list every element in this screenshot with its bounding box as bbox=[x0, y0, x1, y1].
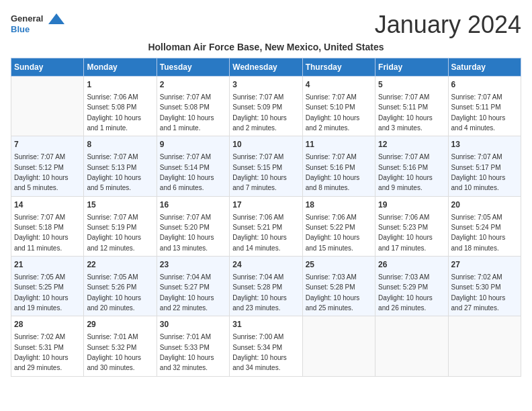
day-sunset: Sunset: 5:25 PM bbox=[14, 283, 64, 291]
day-number: 17 bbox=[232, 199, 299, 211]
day-number: 2 bbox=[160, 79, 226, 91]
svg-text:Blue: Blue bbox=[11, 24, 30, 34]
day-daylight: Daylight: 10 hours and 27 minutes. bbox=[451, 294, 506, 312]
day-number: 13 bbox=[451, 139, 518, 150]
calendar-week-row: 1 Sunrise: 7:06 AM Sunset: 5:08 PM Dayli… bbox=[11, 77, 521, 136]
day-sunset: Sunset: 5:11 PM bbox=[378, 103, 428, 111]
table-row: 2 Sunrise: 7:07 AM Sunset: 5:08 PM Dayli… bbox=[157, 77, 229, 136]
day-sunrise: Sunrise: 7:04 AM bbox=[160, 273, 211, 281]
day-sunset: Sunset: 5:28 PM bbox=[306, 283, 355, 291]
table-row: 14 Sunrise: 7:07 AM Sunset: 5:18 PM Dayl… bbox=[11, 196, 84, 256]
header-tuesday: Tuesday bbox=[157, 58, 229, 77]
day-sunrise: Sunrise: 7:07 AM bbox=[160, 153, 211, 161]
day-sunrise: Sunrise: 7:07 AM bbox=[160, 214, 211, 221]
day-sunrise: Sunrise: 7:05 AM bbox=[451, 214, 502, 221]
day-number: 30 bbox=[160, 319, 226, 330]
day-daylight: Daylight: 10 hours and 20 minutes. bbox=[87, 294, 141, 312]
table-row: 24 Sunrise: 7:04 AM Sunset: 5:28 PM Dayl… bbox=[230, 257, 302, 316]
day-daylight: Daylight: 10 hours and 7 minutes. bbox=[232, 174, 287, 191]
day-sunset: Sunset: 5:22 PM bbox=[306, 224, 355, 231]
table-row: 4 Sunrise: 7:07 AM Sunset: 5:10 PM Dayli… bbox=[302, 77, 375, 136]
day-number: 27 bbox=[451, 259, 518, 271]
day-daylight: Daylight: 10 hours and 1 minute. bbox=[160, 114, 214, 132]
day-daylight: Daylight: 10 hours and 15 minutes. bbox=[306, 234, 360, 251]
table-row: 8 Sunrise: 7:07 AM Sunset: 5:13 PM Dayli… bbox=[84, 136, 157, 196]
day-sunset: Sunset: 5:17 PM bbox=[451, 164, 501, 171]
day-sunset: Sunset: 5:27 PM bbox=[160, 283, 210, 291]
day-number: 23 bbox=[160, 259, 226, 271]
day-number: 11 bbox=[306, 139, 372, 150]
day-daylight: Daylight: 10 hours and 6 minutes. bbox=[160, 174, 214, 191]
table-row: 11 Sunrise: 7:07 AM Sunset: 5:16 PM Dayl… bbox=[302, 136, 375, 196]
table-row: 10 Sunrise: 7:07 AM Sunset: 5:15 PM Dayl… bbox=[230, 136, 302, 196]
table-row: 1 Sunrise: 7:06 AM Sunset: 5:08 PM Dayli… bbox=[84, 77, 157, 136]
day-sunset: Sunset: 5:16 PM bbox=[306, 164, 355, 171]
day-number: 25 bbox=[306, 259, 372, 271]
calendar-body: 1 Sunrise: 7:06 AM Sunset: 5:08 PM Dayli… bbox=[11, 77, 521, 377]
day-sunrise: Sunrise: 7:04 AM bbox=[232, 273, 283, 281]
calendar-week-row: 7 Sunrise: 7:07 AM Sunset: 5:12 PM Dayli… bbox=[11, 136, 521, 196]
day-number: 26 bbox=[378, 259, 445, 271]
day-daylight: Daylight: 10 hours and 4 minutes. bbox=[451, 114, 506, 132]
table-row: 25 Sunrise: 7:03 AM Sunset: 5:28 PM Dayl… bbox=[302, 257, 375, 316]
day-sunrise: Sunrise: 7:07 AM bbox=[232, 153, 283, 161]
day-number: 5 bbox=[378, 79, 445, 91]
day-number: 12 bbox=[378, 139, 445, 150]
day-sunrise: Sunrise: 7:07 AM bbox=[378, 93, 429, 101]
day-number: 6 bbox=[451, 79, 518, 91]
day-sunset: Sunset: 5:20 PM bbox=[160, 224, 210, 231]
day-daylight: Daylight: 10 hours and 5 minutes. bbox=[14, 174, 69, 191]
day-daylight: Daylight: 10 hours and 18 minutes. bbox=[451, 234, 506, 251]
day-daylight: Daylight: 10 hours and 10 minutes. bbox=[451, 174, 506, 191]
table-row: 28 Sunrise: 7:02 AM Sunset: 5:31 PM Dayl… bbox=[11, 316, 84, 376]
day-sunset: Sunset: 5:08 PM bbox=[87, 103, 136, 111]
table-row: 17 Sunrise: 7:06 AM Sunset: 5:21 PM Dayl… bbox=[230, 196, 302, 256]
day-sunrise: Sunrise: 7:07 AM bbox=[232, 93, 283, 101]
day-daylight: Daylight: 10 hours and 5 minutes. bbox=[87, 174, 141, 191]
table-row: 15 Sunrise: 7:07 AM Sunset: 5:19 PM Dayl… bbox=[84, 196, 157, 256]
day-sunset: Sunset: 5:12 PM bbox=[14, 164, 64, 171]
header-monday: Monday bbox=[84, 58, 157, 77]
day-daylight: Daylight: 10 hours and 1 minute. bbox=[87, 114, 141, 132]
day-daylight: Daylight: 10 hours and 25 minutes. bbox=[306, 294, 360, 312]
table-row: 31 Sunrise: 7:00 AM Sunset: 5:34 PM Dayl… bbox=[230, 316, 302, 376]
table-row: 16 Sunrise: 7:07 AM Sunset: 5:20 PM Dayl… bbox=[157, 196, 229, 256]
day-daylight: Daylight: 10 hours and 32 minutes. bbox=[160, 354, 214, 371]
day-sunrise: Sunrise: 7:05 AM bbox=[14, 273, 65, 281]
day-sunset: Sunset: 5:26 PM bbox=[87, 283, 136, 291]
table-row: 26 Sunrise: 7:03 AM Sunset: 5:29 PM Dayl… bbox=[375, 257, 448, 316]
day-number: 31 bbox=[232, 319, 299, 330]
header-thursday: Thursday bbox=[302, 58, 375, 77]
day-number: 29 bbox=[87, 319, 153, 330]
day-daylight: Daylight: 10 hours and 29 minutes. bbox=[14, 354, 69, 371]
table-row: 6 Sunrise: 7:07 AM Sunset: 5:11 PM Dayli… bbox=[448, 77, 521, 136]
day-daylight: Daylight: 10 hours and 3 minutes. bbox=[378, 114, 433, 132]
day-number: 7 bbox=[14, 139, 81, 150]
day-sunset: Sunset: 5:33 PM bbox=[160, 344, 210, 351]
table-row bbox=[302, 316, 375, 376]
day-daylight: Daylight: 10 hours and 34 minutes. bbox=[232, 354, 287, 371]
day-sunrise: Sunrise: 7:02 AM bbox=[14, 333, 65, 340]
table-row bbox=[11, 77, 84, 136]
table-row: 5 Sunrise: 7:07 AM Sunset: 5:11 PM Dayli… bbox=[375, 77, 448, 136]
day-sunset: Sunset: 5:19 PM bbox=[87, 224, 136, 231]
day-sunset: Sunset: 5:23 PM bbox=[378, 224, 428, 231]
table-row: 22 Sunrise: 7:05 AM Sunset: 5:26 PM Dayl… bbox=[84, 257, 157, 316]
day-sunrise: Sunrise: 7:07 AM bbox=[14, 153, 65, 161]
svg-marker-2 bbox=[48, 13, 64, 24]
day-number: 18 bbox=[306, 199, 372, 211]
day-number: 1 bbox=[87, 79, 153, 91]
day-daylight: Daylight: 10 hours and 14 minutes. bbox=[232, 234, 287, 251]
day-sunrise: Sunrise: 7:07 AM bbox=[306, 93, 357, 101]
day-sunset: Sunset: 5:34 PM bbox=[232, 344, 282, 351]
day-sunset: Sunset: 5:31 PM bbox=[14, 344, 64, 351]
table-row: 30 Sunrise: 7:01 AM Sunset: 5:33 PM Dayl… bbox=[157, 316, 229, 376]
day-sunset: Sunset: 5:09 PM bbox=[232, 103, 282, 111]
day-number: 22 bbox=[87, 259, 153, 271]
day-sunrise: Sunrise: 7:07 AM bbox=[14, 214, 65, 221]
day-sunset: Sunset: 5:14 PM bbox=[160, 164, 210, 171]
day-sunset: Sunset: 5:29 PM bbox=[378, 283, 428, 291]
table-row: 20 Sunrise: 7:05 AM Sunset: 5:24 PM Dayl… bbox=[448, 196, 521, 256]
day-number: 8 bbox=[87, 139, 153, 150]
month-title: January 2024 bbox=[375, 11, 521, 39]
